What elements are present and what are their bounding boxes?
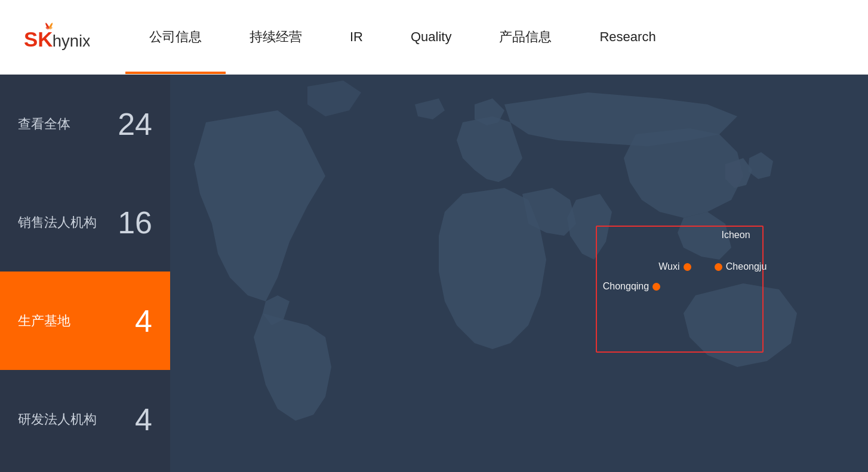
svg-text:hynix: hynix bbox=[53, 32, 90, 50]
icheon-label: Icheon bbox=[722, 230, 750, 240]
sidebar-item-production[interactable]: 生产基地 4 bbox=[0, 272, 170, 370]
cheongju-dot bbox=[715, 263, 722, 271]
sidebar: 查看全体 24 销售法人机构 16 生产基地 4 研发法人机构 4 bbox=[0, 75, 170, 472]
sidebar-label-sales: 销售法人机构 bbox=[18, 214, 118, 232]
sidebar-item-all[interactable]: 查看全体 24 bbox=[0, 75, 170, 173]
chongqing-label: Chongqing bbox=[603, 281, 649, 292]
nav-item-company[interactable]: 公司信息 bbox=[125, 0, 226, 74]
pin-cheongju: Cheongju bbox=[715, 261, 767, 272]
svg-text:SK: SK bbox=[24, 27, 53, 51]
sidebar-count-sales: 16 bbox=[118, 205, 152, 240]
sidebar-label-rd: 研发法人机构 bbox=[18, 411, 135, 428]
nav-item-ir[interactable]: IR bbox=[326, 0, 387, 74]
sidebar-count-all: 24 bbox=[118, 106, 152, 142]
nav-item-research[interactable]: Research bbox=[575, 0, 679, 74]
main-content: 查看全体 24 销售法人机构 16 生产基地 4 研发法人机构 4 bbox=[0, 75, 868, 472]
map-pins: Icheon Cheongju Wuxi Chongqing bbox=[170, 75, 868, 472]
sidebar-item-sales[interactable]: 销售法人机构 16 bbox=[0, 173, 170, 272]
sidebar-label-all: 查看全体 bbox=[18, 115, 118, 133]
pin-icheon: Icheon bbox=[722, 230, 750, 240]
sidebar-item-rd[interactable]: 研发法人机构 4 bbox=[0, 370, 170, 468]
main-nav: 公司信息 持续经营 IR Quality 产品信息 Research bbox=[125, 0, 680, 74]
nav-item-products[interactable]: 产品信息 bbox=[475, 0, 575, 74]
sidebar-count-rd: 4 bbox=[135, 402, 152, 437]
sidebar-label-production: 生产基地 bbox=[18, 312, 135, 330]
nav-item-sustainability[interactable]: 持续经营 bbox=[226, 0, 326, 74]
pin-chongqing: Chongqing bbox=[603, 281, 660, 292]
cheongju-label: Cheongju bbox=[726, 261, 767, 272]
pin-wuxi: Wuxi bbox=[658, 261, 691, 272]
header: SK hynix 公司信息 持续经营 IR Quality 产品信息 Resea… bbox=[0, 0, 868, 75]
logo[interactable]: SK hynix bbox=[24, 19, 90, 55]
nav-item-quality[interactable]: Quality bbox=[387, 0, 475, 74]
wuxi-label: Wuxi bbox=[658, 261, 679, 272]
sidebar-count-production: 4 bbox=[135, 303, 152, 339]
map-area: Icheon Cheongju Wuxi Chongqing bbox=[170, 75, 868, 472]
wuxi-dot bbox=[684, 263, 691, 271]
chongqing-dot bbox=[652, 283, 660, 291]
